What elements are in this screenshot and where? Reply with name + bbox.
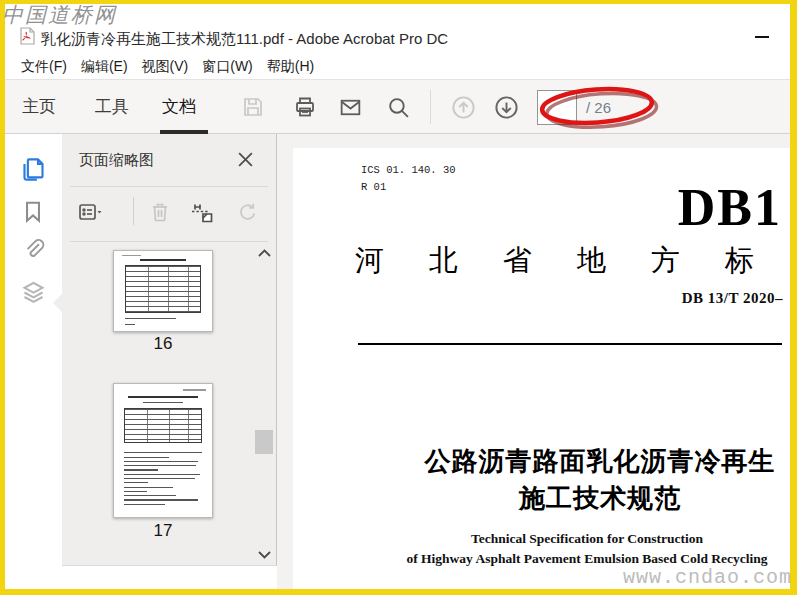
- trash-icon: [148, 200, 172, 224]
- thumbnail-label-17: 17: [113, 521, 213, 541]
- horizontal-rule: [358, 343, 782, 345]
- menu-view[interactable]: 视图(V): [135, 56, 196, 78]
- frame-border-top: [0, 0, 796, 4]
- search-button[interactable]: [383, 92, 413, 122]
- scrollbar-thumb[interactable]: [255, 430, 273, 454]
- thumbnail-content: [125, 265, 201, 313]
- navigation-rail: [5, 134, 62, 566]
- window-title: 乳化沥青冷再生施工技术规范111.pdf - Adobe Acrobat Pro…: [41, 30, 448, 49]
- menu-bar: 文件(F) 编辑(E) 视图(V) 窗口(W) 帮助(H): [5, 55, 790, 79]
- menu-file[interactable]: 文件(F): [14, 56, 74, 78]
- db-label: DB1: [678, 182, 782, 234]
- layers-icon: [20, 279, 47, 306]
- menu-edit[interactable]: 编辑(E): [74, 56, 135, 78]
- thumbnail-text-line: [124, 452, 202, 453]
- thumbnail-text-line: [124, 499, 198, 500]
- panel-close-button[interactable]: [232, 146, 258, 172]
- scroll-down-button[interactable]: [253, 544, 275, 566]
- thumbnail-text-line: [124, 491, 147, 492]
- thumbnail-label-16: 16: [113, 334, 213, 354]
- tab-document[interactable]: 文档: [162, 95, 196, 118]
- previous-page-button[interactable]: [448, 92, 478, 122]
- document-title-cn: 公路沥青路面乳化沥青冷再生施工技术规范: [421, 443, 779, 517]
- title-bar: 乳化沥青冷再生施工技术规范111.pdf - Adobe Acrobat Pro…: [5, 4, 790, 55]
- bookmark-icon: [20, 199, 46, 225]
- toolbar-separator: [430, 90, 431, 124]
- thumbnail-text-line: [124, 482, 149, 483]
- page-count-label: / 26: [586, 99, 611, 116]
- page-thumbnails-panel: 页面缩略图: [62, 134, 277, 566]
- email-button[interactable]: [335, 92, 365, 122]
- delete-pages-button[interactable]: [145, 197, 175, 227]
- thumbnail-content: [125, 318, 176, 319]
- email-icon: [338, 95, 363, 120]
- thumbnail-content: [143, 402, 182, 403]
- page-thumbnails-icon: [20, 156, 47, 183]
- thumbnail-content: [124, 408, 202, 443]
- thumbnail-scrollbar: [253, 242, 275, 566]
- document-pane: ICS 01. 140. 30R 01 DB1 河 北 省 地 方 标 DB 1…: [277, 134, 790, 589]
- crop-pages-button[interactable]: [188, 197, 218, 227]
- thumbnail-content: [183, 389, 207, 390]
- province-standard-label: 河 北 省 地 方 标: [355, 241, 762, 281]
- save-button[interactable]: [238, 92, 268, 122]
- search-icon: [386, 95, 411, 120]
- bookmarks-panel-button[interactable]: [20, 199, 47, 226]
- rotate-pages-button[interactable]: [232, 197, 262, 227]
- menu-window[interactable]: 窗口(W): [195, 56, 260, 78]
- thumbnail-text-line: [124, 487, 173, 488]
- print-icon: [293, 95, 317, 119]
- options-menu-icon: [77, 200, 103, 224]
- scroll-up-button[interactable]: [253, 242, 275, 264]
- thumbnail-content: [128, 396, 199, 398]
- acrobat-window: 乳化沥青冷再生施工技术规范111.pdf - Adobe Acrobat Pro…: [0, 0, 800, 600]
- thumbnail-text-line: [124, 478, 195, 479]
- chevron-down-icon: [258, 551, 271, 559]
- main-toolbar: 主页 工具 文档: [5, 79, 790, 134]
- chevron-up-icon: [258, 249, 271, 257]
- menu-help[interactable]: 帮助(H): [260, 56, 321, 78]
- thumbnail-options-button[interactable]: [75, 197, 105, 227]
- thumbnail-text-line: [124, 465, 196, 466]
- thumbnail-text-line: [124, 461, 198, 462]
- crop-pages-icon: [190, 200, 216, 225]
- page-number-input[interactable]: [537, 90, 577, 125]
- thumbnail-text-line: [124, 457, 169, 458]
- tab-home[interactable]: 主页: [22, 95, 56, 118]
- thumbnail-page-16[interactable]: [113, 250, 213, 332]
- attachments-panel-button[interactable]: [20, 235, 47, 262]
- frame-border-bottom: [0, 589, 797, 595]
- thumbnail-content: [140, 259, 185, 261]
- active-panel-notch: [53, 294, 62, 312]
- next-page-button[interactable]: [491, 92, 521, 122]
- panel-separator: [70, 241, 268, 242]
- thumbnail-content: [125, 324, 135, 325]
- panel-tool-separator: [133, 197, 134, 225]
- thumbnail-page-17[interactable]: [113, 383, 213, 518]
- minimize-button[interactable]: [755, 36, 769, 38]
- print-button[interactable]: [290, 92, 320, 122]
- thumbnail-text-line: [124, 495, 177, 496]
- thumbnail-text-line: [124, 469, 159, 470]
- pdf-page: ICS 01. 140. 30R 01 DB1 河 北 省 地 方 标 DB 1…: [293, 148, 790, 589]
- frame-border-right: [790, 0, 797, 595]
- tab-tools[interactable]: 工具: [95, 95, 129, 118]
- close-icon: [237, 151, 254, 168]
- paperclip-icon: [20, 235, 46, 261]
- ics-code: ICS 01. 140. 30R 01: [361, 162, 456, 196]
- thumbnail-text-line: [124, 474, 201, 475]
- standard-code: DB 13/T 2020–: [682, 290, 783, 307]
- save-icon: [241, 95, 265, 119]
- document-title-en: Technical Specification for Construction…: [357, 529, 790, 569]
- thumbnail-content: [122, 255, 142, 256]
- pdf-file-icon: [18, 27, 36, 45]
- panel-title: 页面缩略图: [79, 151, 154, 170]
- arrow-up-circle-icon: [450, 94, 477, 121]
- thumbnail-text-line: [124, 504, 165, 505]
- rotate-icon: [235, 200, 260, 225]
- layers-panel-button[interactable]: [20, 279, 47, 306]
- thumbnail-content: [124, 449, 206, 513]
- frame-border-left: [0, 0, 5, 595]
- arrow-down-circle-icon: [493, 94, 520, 121]
- page-thumbnails-panel-button[interactable]: [20, 156, 47, 183]
